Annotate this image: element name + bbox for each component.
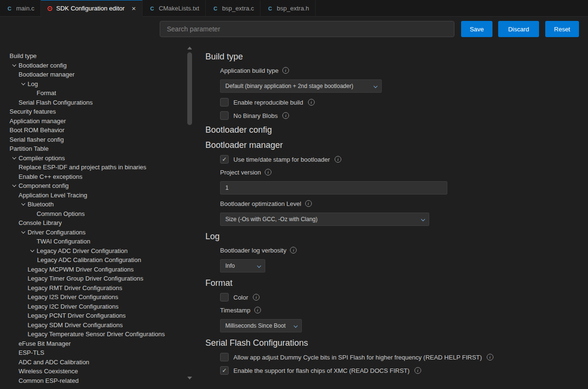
sidebar-item-wireless-coexistence[interactable]: Wireless Coexistence: [0, 367, 186, 376]
sidebar-item-legacy-pcnt-driver-configurations[interactable]: Legacy PCNT Driver Configurations: [0, 311, 186, 321]
save-button[interactable]: Save: [461, 21, 492, 37]
checkbox-row[interactable]: Enable reproducible buildi: [220, 97, 578, 107]
info-icon[interactable]: i: [305, 200, 312, 207]
sidebar-item-enable-c-exceptions[interactable]: Enable C++ exceptions: [0, 172, 186, 182]
sidebar-item-label: eFuse Bit Manager: [19, 340, 71, 347]
checkbox-row[interactable]: Colori: [220, 292, 578, 302]
info-icon[interactable]: i: [290, 247, 297, 253]
sidebar-item-efuse-bit-manager[interactable]: eFuse Bit Manager: [0, 339, 186, 349]
config-tree: Build typeBootloader configBootloader ma…: [0, 45, 186, 389]
checkbox[interactable]: ✓: [220, 366, 229, 375]
sidebar-item-common-esp-related[interactable]: Common ESP-related: [0, 376, 186, 386]
sidebar-item-driver-configurations[interactable]: Driver Configurations: [0, 228, 186, 237]
info-icon[interactable]: i: [487, 354, 493, 360]
info-icon[interactable]: i: [282, 67, 289, 74]
dropdown[interactable]: Default (binary application + 2nd stage …: [220, 79, 382, 93]
sidebar-item-replace-esp-idf-and-project-paths-in-binaries[interactable]: Replace ESP-IDF and project paths in bin…: [0, 163, 186, 172]
info-icon[interactable]: i: [308, 99, 315, 106]
sidebar-item-serial-flasher-config[interactable]: Serial flasher config: [0, 135, 186, 145]
sidebar-item-legacy-timer-group-driver-configurations[interactable]: Legacy Timer Group Driver Configurations: [0, 274, 186, 283]
sidebar-item-label: ADC and ADC Calibration: [19, 359, 89, 366]
discard-button[interactable]: Discard: [498, 21, 539, 37]
checkbox[interactable]: [220, 111, 229, 120]
chevron-down-icon[interactable]: [10, 154, 19, 163]
text-input[interactable]: [220, 181, 447, 194]
chevron-down-icon[interactable]: [28, 246, 37, 256]
chevron-down-icon[interactable]: [19, 79, 28, 89]
sidebar-item-bootloader-config[interactable]: Bootloader config: [0, 61, 186, 70]
info-icon[interactable]: i: [254, 307, 261, 313]
tab-bsp-extra-c[interactable]: Cbsp_extra.c: [206, 0, 260, 17]
reset-button[interactable]: Reset: [545, 21, 579, 37]
sidebar-item-application-level-tracing[interactable]: Application Level Tracing: [0, 191, 186, 200]
info-icon[interactable]: i: [414, 367, 421, 374]
sidebar-item-boot-rom-behavior[interactable]: Boot ROM Behavior: [0, 126, 186, 135]
sidebar-item-legacy-adc-calibration-configuration[interactable]: Legacy ADC Calibration Configuration: [0, 255, 186, 265]
chevron-down-icon[interactable]: [10, 61, 19, 70]
sidebar-item-application-manager[interactable]: Application manager: [0, 117, 186, 126]
sidebar-item-label: Legacy Temperature Sensor Driver Configu…: [28, 331, 165, 338]
tab-bar: Cmain.cSDK Configuration editor×CCMakeLi…: [0, 0, 588, 17]
sidebar-item-build-type[interactable]: Build type: [0, 51, 186, 61]
dropdown[interactable]: Milliseconds Since Boot: [220, 319, 302, 332]
sidebar-item-bluetooth[interactable]: Bluetooth: [0, 200, 186, 209]
checkbox[interactable]: ✓: [220, 155, 229, 164]
info-icon[interactable]: i: [282, 112, 289, 119]
checkbox-row[interactable]: ✓Use time/date stamp for bootloaderi: [220, 155, 578, 164]
chevron-down-icon[interactable]: [19, 200, 28, 209]
checkbox-row[interactable]: Allow app adjust Dummy Cycle bits in SPI…: [220, 352, 578, 362]
sidebar-item-legacy-temperature-sensor-driver-configurations[interactable]: Legacy Temperature Sensor Driver Configu…: [0, 330, 186, 339]
tab-main-c[interactable]: Cmain.c: [0, 0, 41, 17]
sidebar-item-adc-and-adc-calibration[interactable]: ADC and ADC Calibration: [0, 358, 186, 367]
sidebar-item-twai-configuration[interactable]: TWAI Configuration: [0, 237, 186, 246]
sidebar-scrollbar[interactable]: [187, 45, 192, 389]
field-label: Project versioni: [220, 168, 578, 176]
chevron-down-icon[interactable]: [10, 181, 19, 191]
config-form: Build typeApplication build typeiDefault…: [195, 45, 588, 389]
sidebar-item-bootloader-manager[interactable]: Bootloader manager: [0, 70, 186, 79]
chevron-down-icon[interactable]: [19, 228, 28, 237]
sidebar-item-security-features[interactable]: Security features: [0, 107, 186, 117]
checkbox-row[interactable]: ✓Enable the support for flash chips of X…: [220, 366, 578, 375]
sidebar-item-label: Serial flasher config: [10, 136, 64, 143]
sidebar-item-format[interactable]: Format: [0, 88, 186, 98]
tab-cmakelists-txt[interactable]: CCMakeLists.txt: [143, 0, 206, 17]
checkbox-row[interactable]: No Binary Blobsi: [220, 111, 578, 120]
scrollbar-thumb[interactable]: [187, 52, 192, 125]
scroll-up-icon[interactable]: [187, 47, 192, 49]
scroll-down-icon[interactable]: [187, 377, 192, 379]
sidebar-item-serial-flash-configurations[interactable]: Serial Flash Configurations: [0, 98, 186, 107]
info-icon[interactable]: i: [253, 294, 260, 301]
sidebar-item-console-library[interactable]: Console Library: [0, 218, 186, 228]
info-icon[interactable]: i: [335, 156, 341, 163]
checkbox[interactable]: [220, 98, 229, 107]
close-icon[interactable]: ×: [132, 5, 136, 12]
checkbox[interactable]: [220, 353, 229, 361]
field-label-text: Timestamp: [220, 307, 251, 314]
sidebar-item-label: Legacy I2C Driver Configurations: [28, 303, 118, 310]
sidebar-item-compiler-options[interactable]: Compiler options: [0, 154, 186, 163]
dropdown[interactable]: Size (-Os with GCC, -Oz with Clang): [220, 213, 429, 226]
sidebar-item-legacy-rmt-driver-configurations[interactable]: Legacy RMT Driver Configurations: [0, 283, 186, 293]
sidebar-item-legacy-mcpwm-driver-configurations[interactable]: Legacy MCPWM Driver Configurations: [0, 265, 186, 274]
checkbox[interactable]: [220, 293, 229, 301]
sidebar-item-legacy-sdm-driver-configurations[interactable]: Legacy SDM Driver Configurations: [0, 321, 186, 330]
tab-bsp-extra-h[interactable]: Cbsp_extra.h: [260, 0, 316, 17]
dropdown[interactable]: Info: [220, 259, 265, 272]
sidebar-item-component-config[interactable]: Component config: [0, 181, 186, 191]
search-input[interactable]: [160, 21, 454, 37]
sidebar-item-legacy-adc-driver-configuration[interactable]: Legacy ADC Driver Configuration: [0, 246, 186, 256]
sidebar-item-label: Bootloader config: [19, 62, 67, 69]
sidebar-item-common-options[interactable]: Common Options: [0, 209, 186, 219]
sidebar-item-partition-table[interactable]: Partition Table: [0, 144, 186, 154]
info-icon[interactable]: i: [265, 169, 271, 175]
sidebar-item-esp-tls[interactable]: ESP-TLS: [0, 348, 186, 358]
sidebar-item-legacy-i2c-driver-configurations[interactable]: Legacy I2C Driver Configurations: [0, 302, 186, 311]
field-label: Timestampi: [220, 306, 578, 314]
sidebar-item-log[interactable]: Log: [0, 79, 186, 89]
chevron-down-icon: [421, 217, 425, 221]
tab-label: CMakeLists.txt: [159, 5, 199, 12]
sidebar-item-legacy-i2s-driver-configurations[interactable]: Legacy I2S Driver Configurations: [0, 292, 186, 302]
tab-sdk-configuration-editor[interactable]: SDK Configuration editor×: [41, 0, 143, 17]
sidebar-item-label: Legacy Timer Group Driver Configurations: [28, 275, 144, 282]
